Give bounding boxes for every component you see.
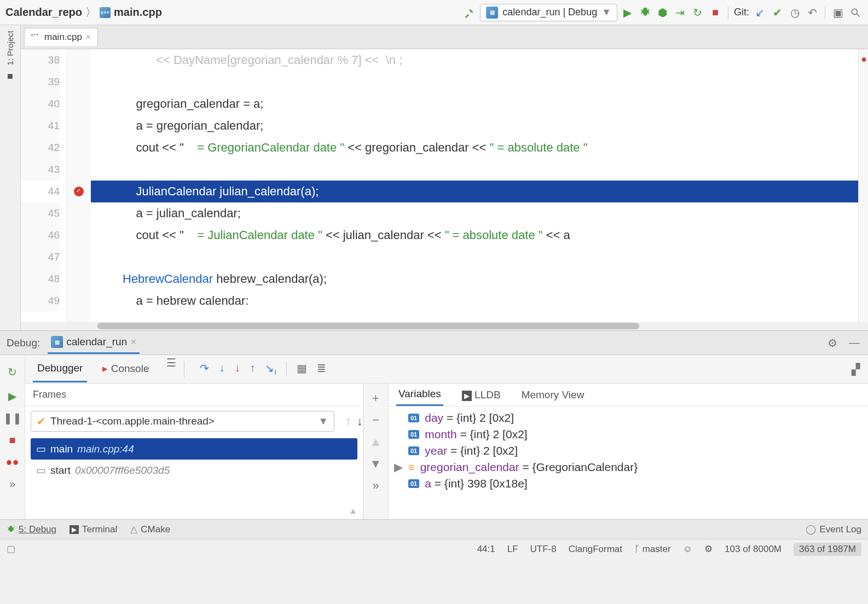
scroll-up-icon[interactable]: ▲ bbox=[370, 435, 382, 449]
tab-debugger[interactable]: Debugger bbox=[33, 356, 87, 382]
git-revert-icon[interactable]: ↶ bbox=[805, 5, 819, 20]
attach-icon[interactable]: ↻ bbox=[691, 5, 705, 20]
minimize-icon[interactable]: — bbox=[847, 336, 861, 350]
step-over-icon[interactable]: ↓ bbox=[219, 362, 224, 376]
step-into-icon[interactable]: ↓ bbox=[234, 362, 240, 376]
run-to-cursor-icon[interactable]: ↘I bbox=[265, 362, 276, 376]
git-history-icon[interactable]: ◷ bbox=[788, 5, 802, 20]
line-number: 38 bbox=[21, 49, 60, 71]
rerun-icon[interactable]: ↻ bbox=[5, 365, 20, 379]
line-number: 49 bbox=[21, 290, 60, 312]
breakpoint-icon[interactable] bbox=[74, 187, 84, 196]
error-icon[interactable]: ● bbox=[861, 54, 867, 65]
add-watch-icon[interactable]: + bbox=[372, 391, 379, 405]
code-format[interactable]: ClangFormat bbox=[569, 544, 622, 555]
stop-icon[interactable]: ■ bbox=[708, 5, 722, 20]
frame-down-icon[interactable]: ↓ bbox=[357, 414, 363, 428]
toolbar-divider bbox=[728, 6, 728, 19]
breadcrumb-project[interactable]: Calendar_repo bbox=[5, 6, 82, 19]
memory-indicator-2[interactable]: 363 of 1987M bbox=[794, 543, 861, 556]
evaluate-icon[interactable]: ▦ bbox=[297, 362, 307, 376]
coverage-icon[interactable]: ⬢ bbox=[656, 5, 670, 20]
git-update-icon[interactable]: ↙ bbox=[753, 5, 767, 20]
close-icon[interactable]: × bbox=[130, 336, 136, 348]
profile-icon[interactable]: ⇥ bbox=[673, 5, 687, 20]
close-icon[interactable]: × bbox=[85, 32, 91, 43]
type-badge: 01 bbox=[408, 414, 419, 422]
show-execution-icon[interactable]: ↷ bbox=[200, 362, 209, 376]
variables-header: Variables ▶ LLDB Memory View bbox=[389, 384, 868, 406]
tab-terminal[interactable]: ▶ Terminal bbox=[70, 524, 117, 535]
remove-watch-icon[interactable]: − bbox=[372, 413, 379, 427]
debug-session-label: calendar_run bbox=[66, 336, 127, 348]
encoding[interactable]: UTF-8 bbox=[530, 544, 557, 555]
search-icon[interactable] bbox=[848, 5, 863, 20]
breadcrumb[interactable]: Calendar_repo 〉 c++ main.cpp bbox=[5, 5, 162, 20]
scroll-up-icon[interactable]: ▲ bbox=[31, 506, 357, 516]
layout-settings-icon[interactable]: ▞ bbox=[848, 362, 863, 376]
breakpoints-icon[interactable]: ●● bbox=[5, 455, 20, 469]
code-line: HebrewCalendar hebrew_calendar(a); bbox=[91, 268, 858, 290]
line-ending[interactable]: LF bbox=[507, 544, 518, 555]
more-icon[interactable]: » bbox=[372, 479, 379, 493]
gear-icon[interactable]: ⚙ bbox=[825, 336, 840, 350]
editor-body[interactable]: 38 39 40 41 42 43 44 45 46 47 48 49 bbox=[21, 49, 868, 322]
run-icon[interactable]: ▶ bbox=[621, 5, 635, 20]
breadcrumb-file[interactable]: main.cpp bbox=[114, 6, 162, 19]
code-area[interactable]: << DayName[gregorian_calendar % 7] << \n… bbox=[91, 49, 858, 322]
code-line bbox=[91, 71, 858, 93]
tab-lldb[interactable]: ▶ LLDB bbox=[460, 385, 503, 405]
more-icon[interactable]: » bbox=[5, 477, 20, 491]
frame-location: main.cpp:44 bbox=[77, 443, 134, 455]
project-tool-button[interactable]: 1: Project bbox=[5, 31, 15, 65]
git-branch[interactable]: ᚴ master bbox=[634, 544, 671, 555]
editor-marker-bar[interactable]: ● bbox=[858, 49, 868, 322]
debug-header: Debug: ▦ calendar_run × ⚙ — bbox=[0, 331, 868, 355]
debug-icon[interactable] bbox=[638, 5, 652, 20]
editor-tab-main[interactable]: c++ main.cpp × bbox=[24, 28, 98, 46]
editor-tab-label: main.cpp bbox=[44, 32, 82, 43]
tab-cmake[interactable]: △ CMake bbox=[130, 524, 170, 535]
build-icon[interactable] bbox=[462, 5, 477, 20]
tab-debug-bottom[interactable]: 5: Debug bbox=[7, 524, 56, 535]
pause-icon[interactable]: ❚❚ bbox=[5, 411, 20, 425]
memory-indicator-1[interactable]: 103 of 8000M bbox=[725, 544, 782, 555]
variable-row[interactable]: 01 year = {int} 2 [0x2] bbox=[394, 443, 863, 459]
sync-icon[interactable]: ⚙ bbox=[704, 543, 713, 555]
git-commit-icon[interactable]: ✔ bbox=[770, 5, 784, 20]
stop-icon[interactable]: ■ bbox=[5, 433, 20, 447]
horizontal-scrollbar[interactable] bbox=[21, 322, 868, 330]
tab-variables[interactable]: Variables bbox=[396, 384, 443, 406]
cursor-position[interactable]: 44:1 bbox=[477, 544, 495, 555]
variable-row[interactable]: 01 day = {int} 2 [0x2] bbox=[394, 410, 863, 426]
trace-icon[interactable]: ≣ bbox=[317, 362, 326, 376]
thread-select[interactable]: ✔ Thread-1-<com.apple.main-thread> ▼ bbox=[31, 411, 334, 432]
threads-icon[interactable]: ☰ bbox=[164, 356, 178, 370]
run-configuration-select[interactable]: ▦ calendar_run | Debug ▼ bbox=[480, 4, 617, 21]
layout-icon[interactable]: ▣ bbox=[831, 5, 845, 20]
scroll-down-icon[interactable]: ▼ bbox=[370, 457, 382, 471]
tab-console[interactable]: ▸ Console bbox=[98, 356, 153, 382]
type-badge: 01 bbox=[408, 430, 419, 439]
variable-row[interactable]: ▶ ≡ gregorian_calendar = {GregorianCalen… bbox=[394, 459, 863, 475]
variable-row[interactable]: 01 month = {int} 2 [0x2] bbox=[394, 426, 863, 443]
frame-row[interactable]: ▭ start 0x00007fff6e5003d5 bbox=[31, 460, 357, 481]
frame-up-icon[interactable]: ↑ bbox=[345, 414, 351, 428]
resume-icon[interactable]: ▶ bbox=[5, 389, 20, 403]
tab-event-log[interactable]: ◯ Event Log bbox=[806, 524, 861, 535]
breakpoint-gutter[interactable] bbox=[67, 49, 91, 322]
frame-nav: ↑ ↓ bbox=[345, 414, 363, 428]
line-number: 41 bbox=[21, 115, 60, 137]
user-icon[interactable]: ☺ bbox=[683, 544, 692, 555]
app-icon: ▦ bbox=[51, 336, 63, 348]
frame-row[interactable]: ▭ main main.cpp:44 bbox=[31, 438, 357, 460]
expand-icon[interactable]: ▶ bbox=[394, 461, 403, 474]
step-out-icon[interactable]: ↑ bbox=[250, 362, 255, 376]
variable-row[interactable]: 01 a = {int} 398 [0x18e] bbox=[394, 475, 863, 492]
tab-memory-view[interactable]: Memory View bbox=[519, 385, 587, 405]
debug-title: Debug: bbox=[7, 337, 40, 349]
folder-icon[interactable]: ■ bbox=[7, 71, 13, 82]
line-number: 46 bbox=[21, 224, 60, 246]
layout-icon[interactable]: ▢ bbox=[7, 543, 15, 555]
debug-session-tab[interactable]: ▦ calendar_run × bbox=[48, 332, 140, 354]
